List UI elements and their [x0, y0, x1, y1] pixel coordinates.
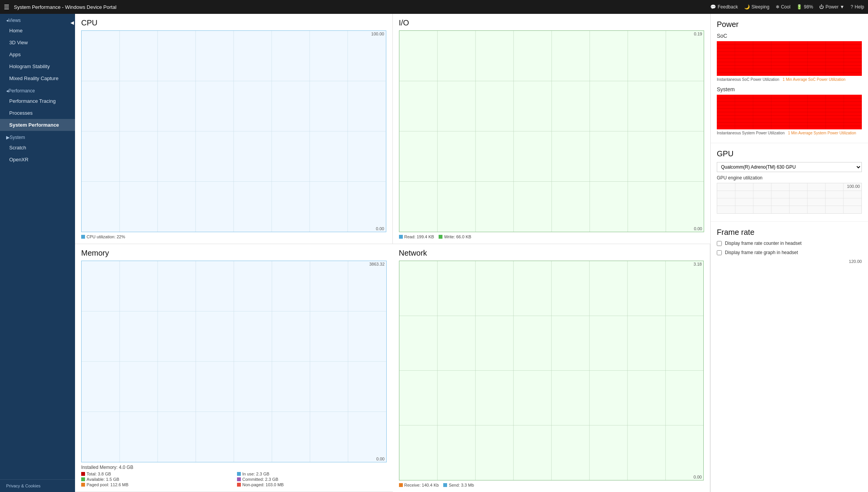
sidebar-item-3dview[interactable]: 3D View [0, 37, 75, 49]
cpu-legend-item: CPU utilization: 22% [81, 234, 125, 239]
memory-avail-text: Available: 1.5 GB [87, 477, 119, 482]
feedback-button[interactable]: 💬 Feedback [710, 4, 738, 10]
battery-icon: 🔋 [796, 4, 802, 10]
cool-label: Cool [781, 4, 791, 10]
battery-button: 🔋 98% [796, 4, 813, 10]
soc-instant-label: Instantaneous SoC Power Utilization [717, 77, 779, 82]
sleeping-button[interactable]: 🌙 Sleeping [744, 4, 770, 10]
sidebar-item-apps[interactable]: Apps [0, 49, 75, 60]
sidebar-item-processes[interactable]: Processes [0, 107, 75, 119]
io-read-legend: Read: 199.4 KB [399, 234, 434, 239]
cpu-legend: CPU utilization: 22% [81, 234, 386, 239]
hamburger-menu-icon[interactable]: ☰ [4, 3, 9, 11]
network-min-label: 0.00 [694, 475, 702, 479]
gpu-chart-area: 100.00 [717, 183, 862, 214]
gpu-select[interactable]: Qualcomm(R) Adreno(TM) 630 GPU [717, 162, 862, 172]
memory-nonpaged-text: Non-paged: 103.0 MB [242, 482, 284, 487]
sys-avg-label: 1 Min Average System Power Utilization [788, 131, 856, 135]
memory-grid-svg [82, 261, 386, 462]
io-read-color [399, 235, 403, 239]
right-panel: Power SoC [710, 14, 868, 492]
soc-title: SoC [717, 33, 862, 39]
memory-legend-grid: Total: 3.8 GB In use: 2.3 GB Available: … [81, 472, 387, 487]
framerate-option2-label[interactable]: Display frame rate graph in headset [725, 250, 798, 255]
sidebar-performance-header[interactable]: ◂Performance [0, 84, 75, 95]
system-power-chart [717, 95, 862, 129]
sidebar-views-header[interactable]: ◂Views [0, 14, 75, 25]
memory-nonpaged-legend: Non-paged: 103.0 MB [237, 482, 387, 487]
cpu-title: CPU [81, 18, 386, 27]
system-power-title: System [717, 86, 862, 92]
cool-icon: ❄ [776, 4, 780, 10]
network-send-text: Send: 3.3 Mb [449, 483, 474, 487]
memory-paged-text: Paged pool: 112.6 MB [87, 482, 129, 487]
network-send-color [443, 483, 447, 487]
cpu-legend-color [81, 235, 85, 239]
power-section-title: Power [717, 20, 862, 29]
main-content: CPU 100.00 [75, 14, 710, 492]
titlebar-title: System Performance - Windows Device Port… [14, 4, 710, 10]
framerate-option2-checkbox[interactable] [717, 250, 722, 255]
sidebar-item-scratch[interactable]: Scratch [0, 142, 75, 154]
framerate-option1-label[interactable]: Display frame rate counter in headset [725, 241, 801, 246]
sleeping-label: Sleeping [751, 4, 770, 10]
io-grid-svg [399, 31, 704, 232]
memory-info: Installed Memory: 4.0 GB Total: 3.8 GB I… [81, 465, 387, 487]
framerate-max-label: 120.00 [717, 259, 862, 264]
io-write-color [439, 235, 442, 239]
soc-chart-legend: Instantaneous SoC Power Utilization 1 Mi… [717, 77, 862, 82]
gpu-chart-max: 100.00 [847, 184, 860, 189]
network-chart-area: 3.18 0.00 [399, 261, 704, 480]
sidebar: ◀ ◂Views Home 3D View Apps Hologram Stab… [0, 14, 75, 492]
io-min-label: 0.00 [694, 226, 702, 231]
io-title: I/O [399, 18, 704, 27]
memory-title: Memory [81, 249, 387, 258]
cpu-legend-text: CPU utilization: 22% [87, 234, 125, 239]
io-read-text: Read: 199.4 KB [404, 234, 434, 239]
battery-label: 98% [804, 4, 813, 10]
network-receive-legend: Receive: 140.4 Kb [399, 483, 439, 487]
cpu-grid-svg [82, 31, 386, 232]
cool-button[interactable]: ❄ Cool [776, 4, 791, 10]
cpu-min-label: 0.00 [376, 226, 384, 231]
help-button[interactable]: ? Help [851, 4, 864, 10]
network-grid-svg [399, 261, 704, 480]
power-button[interactable]: ⏻ Power ▼ [819, 4, 844, 10]
sidebar-item-perf-tracing[interactable]: Performance Tracing [0, 95, 75, 107]
titlebar-actions: 💬 Feedback 🌙 Sleeping ❄ Cool 🔋 98% ⏻ Pow… [710, 4, 864, 10]
memory-installed: Installed Memory: 4.0 GB [81, 465, 387, 470]
sidebar-collapse-button[interactable]: ◀ [69, 18, 75, 28]
memory-panel: Memory 3863.32 0.00 [75, 244, 393, 492]
memory-total-legend: Total: 3.8 GB [81, 472, 231, 476]
feedback-label: Feedback [718, 4, 738, 10]
power-icon: ⏻ [819, 4, 824, 10]
framerate-option1-checkbox[interactable] [717, 241, 722, 246]
cpu-chart-area: 100.00 0.00 [81, 30, 386, 232]
soc-chart-svg [717, 41, 862, 76]
sys-instant-label: Instantaneous System Power Utilization [717, 131, 785, 135]
memory-committed-color [237, 477, 241, 481]
sidebar-footer-privacy[interactable]: Privacy & Cookies [0, 479, 75, 492]
network-receive-text: Receive: 140.4 Kb [404, 483, 439, 487]
memory-inuse-legend: In use: 2.3 GB [237, 472, 387, 476]
sidebar-item-mixed-reality[interactable]: Mixed Reality Capture [0, 72, 75, 84]
memory-chart-area: 3863.32 0.00 [81, 261, 387, 462]
sidebar-item-system-performance[interactable]: System Performance [0, 119, 75, 131]
memory-inuse-color [237, 472, 241, 476]
network-legend: Receive: 140.4 Kb Send: 3.3 Mb [399, 483, 704, 487]
soc-power-chart [717, 41, 862, 76]
io-write-legend: Write: 66.0 KB [439, 234, 471, 239]
sleeping-icon: 🌙 [744, 4, 750, 10]
network-receive-color [399, 483, 403, 487]
io-chart-area: 0.19 0.00 [399, 30, 704, 232]
sidebar-item-home[interactable]: Home [0, 25, 75, 37]
memory-avail-color [81, 477, 85, 481]
sidebar-item-openxr[interactable]: OpenXR [0, 154, 75, 166]
titlebar: ☰ System Performance - Windows Device Po… [0, 0, 868, 14]
memory-paged-legend: Paged pool: 112.6 MB [81, 482, 231, 487]
system-chart-legend: Instantaneous System Power Utilization 1… [717, 131, 862, 135]
sidebar-item-hologram[interactable]: Hologram Stability [0, 60, 75, 72]
sidebar-system-header[interactable]: ▶System [0, 131, 75, 142]
io-legend: Read: 199.4 KB Write: 66.0 KB [399, 234, 704, 239]
memory-total-text: Total: 3.8 GB [87, 472, 111, 476]
